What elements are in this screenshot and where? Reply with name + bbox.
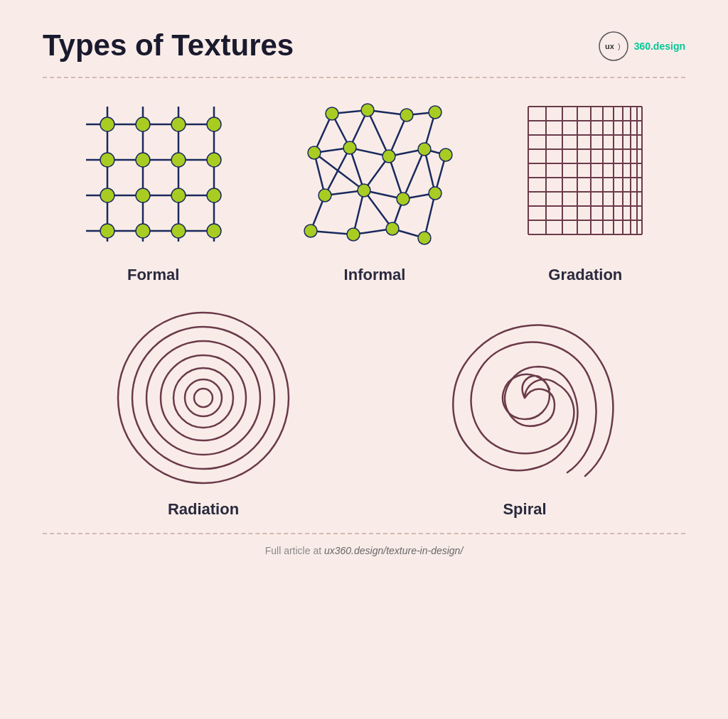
svg-point-70 — [358, 184, 370, 197]
texture-informal: Informal — [293, 92, 456, 284]
svg-point-102 — [173, 368, 233, 428]
texture-formal: Formal — [72, 92, 235, 284]
svg-point-61 — [361, 104, 374, 117]
svg-point-99 — [132, 327, 274, 469]
svg-point-13 — [171, 117, 186, 131]
texture-spiral: Spiral — [432, 306, 617, 519]
svg-point-60 — [326, 107, 338, 120]
svg-point-21 — [171, 188, 186, 202]
svg-point-63 — [429, 106, 441, 119]
bottom-texture-row: Radiation Spiral — [43, 306, 685, 519]
svg-point-16 — [136, 153, 150, 167]
svg-point-75 — [386, 222, 399, 235]
page-title: Types of Textures — [43, 28, 294, 63]
svg-text:): ) — [618, 42, 621, 50]
svg-point-76 — [418, 232, 431, 244]
informal-diagram — [293, 92, 456, 256]
svg-point-68 — [439, 148, 452, 161]
gradation-diagram — [514, 92, 656, 256]
svg-point-62 — [400, 109, 413, 121]
svg-point-65 — [343, 141, 356, 154]
texture-gradation: Gradation — [514, 92, 656, 284]
top-divider — [43, 77, 685, 78]
texture-radiation: Radiation — [111, 306, 296, 519]
radiation-label: Radiation — [168, 500, 239, 519]
svg-point-18 — [207, 153, 221, 167]
informal-label: Informal — [344, 266, 406, 284]
formal-label: Formal — [127, 266, 179, 284]
svg-point-22 — [207, 188, 221, 202]
svg-point-23 — [100, 224, 114, 238]
formal-diagram — [72, 92, 235, 256]
svg-point-64 — [308, 146, 321, 159]
logo-icon: ux ) — [596, 28, 631, 64]
footer-text: Full article at ux360.design/texture-in-… — [43, 545, 685, 556]
svg-point-104 — [194, 389, 213, 407]
svg-point-17 — [171, 153, 186, 167]
svg-point-12 — [136, 117, 150, 131]
svg-point-72 — [429, 187, 441, 200]
top-texture-row: Formal — [43, 92, 685, 284]
svg-point-14 — [207, 117, 221, 131]
footer-link: ux360.design/texture-in-design/ — [324, 545, 463, 556]
svg-point-100 — [146, 341, 260, 455]
svg-point-26 — [207, 224, 221, 238]
svg-point-98 — [118, 313, 289, 483]
spiral-label: Spiral — [503, 500, 546, 519]
header: Types of Textures ux ) 360.design — [43, 28, 685, 64]
svg-point-19 — [100, 188, 114, 202]
logo-text: 360.design — [634, 40, 685, 52]
page: Types of Textures ux ) 360.design — [0, 0, 728, 719]
svg-point-74 — [347, 228, 360, 241]
svg-point-24 — [136, 224, 150, 238]
svg-point-71 — [397, 193, 410, 205]
svg-point-73 — [304, 225, 317, 237]
svg-point-25 — [171, 224, 186, 238]
spiral-diagram — [432, 306, 617, 490]
svg-point-103 — [185, 379, 222, 416]
gradation-label: Gradation — [548, 266, 622, 284]
svg-line-53 — [368, 110, 389, 156]
svg-point-15 — [100, 153, 114, 167]
svg-point-20 — [136, 188, 150, 202]
svg-point-69 — [318, 189, 331, 202]
logo: ux ) 360.design — [596, 28, 685, 64]
radiation-diagram — [111, 306, 296, 490]
svg-point-67 — [418, 143, 431, 156]
footer-divider — [43, 533, 685, 534]
svg-point-11 — [100, 117, 114, 131]
svg-text:ux: ux — [605, 42, 615, 50]
svg-point-66 — [382, 150, 395, 163]
svg-line-57 — [403, 149, 424, 199]
svg-line-55 — [325, 148, 350, 195]
